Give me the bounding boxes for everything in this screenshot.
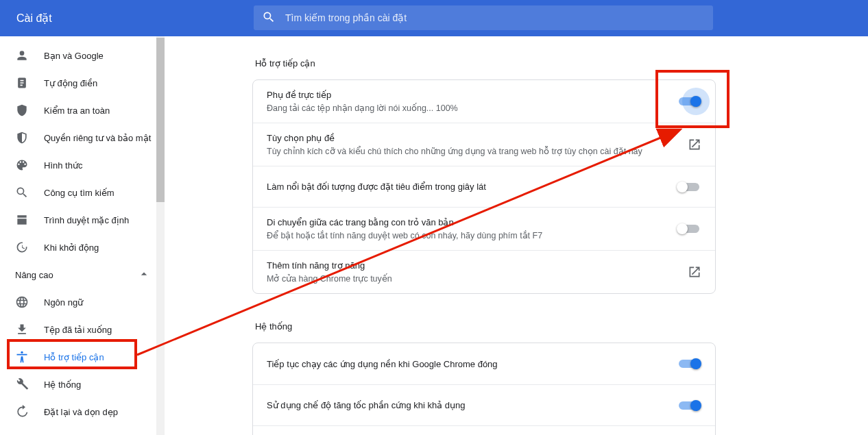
- row-title: Thêm tính năng trợ năng: [267, 260, 392, 271]
- row-hardware-accel[interactable]: Sử dụng chế độ tăng tốc phần cứng khi kh…: [253, 384, 715, 425]
- sidebar-item-default-browser[interactable]: Trình duyệt mặc định: [0, 206, 154, 234]
- sidebar-item-appearance[interactable]: Hình thức: [0, 151, 154, 179]
- shield-check-icon: [15, 103, 29, 117]
- caret-browsing-toggle[interactable]: [677, 222, 701, 236]
- row-live-caption[interactable]: Phụ đề trực tiếp Đang tải các tệp nhận d…: [253, 80, 715, 123]
- search-icon: [262, 10, 276, 26]
- sidebar-item-you-and-google[interactable]: Bạn và Google: [0, 42, 154, 69]
- section-heading-system: Hệ thống: [255, 321, 868, 332]
- sidebar-item-label: Ngôn ngữ: [44, 297, 83, 308]
- focus-highlight-toggle[interactable]: [677, 180, 701, 194]
- row-title: Tiếp tục chạy các ứng dụng nền khi Googl…: [267, 359, 498, 369]
- wrench-icon: [15, 377, 29, 391]
- page-title: Cài đặt: [16, 12, 52, 25]
- sidebar-item-system[interactable]: Hệ thống: [0, 371, 154, 398]
- sidebar-item-label: Hình thức: [44, 160, 82, 171]
- row-title: Di chuyển giữa các trang bằng con trỏ vă…: [267, 217, 542, 227]
- live-caption-toggle[interactable]: [677, 95, 701, 108]
- sidebar-item-label: Kiểm tra an toàn: [44, 105, 110, 116]
- shield-icon: [15, 131, 29, 145]
- sidebar-item-label: Công cụ tìm kiếm: [44, 188, 114, 198]
- app-header: Cài đặt: [0, 0, 868, 36]
- row-title: Phụ đề trực tiếp: [267, 90, 458, 100]
- palette-icon: [15, 158, 29, 172]
- search-input[interactable]: [285, 12, 705, 23]
- download-icon: [15, 323, 29, 336]
- sidebar-item-on-startup[interactable]: Khi khởi động: [0, 234, 154, 261]
- sidebar-item-privacy[interactable]: Quyền riêng tư và bảo mật: [0, 124, 154, 151]
- sidebar-item-label: Tự động điền: [44, 78, 97, 88]
- power-icon: [15, 240, 29, 254]
- sidebar-scrollbar[interactable]: [156, 36, 165, 435]
- row-add-a11y-features[interactable]: Thêm tính năng trợ năng Mở cửa hàng Chro…: [253, 250, 715, 293]
- sidebar-item-accessibility[interactable]: Hỗ trợ tiếp cận: [0, 343, 154, 371]
- row-caption-preferences[interactable]: Tùy chọn phụ đề Tùy chỉnh kích cỡ và kiể…: [253, 123, 715, 166]
- sidebar-item-autofill[interactable]: Tự động điền: [0, 69, 154, 97]
- sidebar-item-label: Bạn và Google: [44, 51, 104, 61]
- sidebar-item-security-check[interactable]: Kiểm tra an toàn: [0, 97, 154, 124]
- row-title: Tùy chọn phụ đề: [267, 133, 642, 143]
- hardware-accel-toggle[interactable]: [677, 399, 701, 412]
- sidebar-item-reset[interactable]: Đặt lại và dọn dẹp: [0, 398, 154, 425]
- row-focus-highlight[interactable]: Làm nổi bật đối tượng được đặt tiêu điểm…: [253, 166, 715, 207]
- search-icon: [15, 186, 29, 199]
- reset-icon: [15, 405, 29, 419]
- browser-icon: [15, 213, 29, 227]
- row-subtitle: Mở cửa hàng Chrome trực tuyến: [267, 273, 392, 284]
- search-container[interactable]: [254, 5, 713, 30]
- accessibility-icon: [15, 350, 29, 364]
- accessibility-card: Phụ đề trực tiếp Đang tải các tệp nhận d…: [252, 79, 716, 294]
- open-in-new-icon: [688, 265, 701, 279]
- section-heading-accessibility: Hỗ trợ tiếp cận: [255, 58, 868, 69]
- sidebar-item-label: Đặt lại và dọn dẹp: [44, 407, 118, 417]
- background-apps-toggle[interactable]: [677, 357, 701, 371]
- open-in-new-icon: [688, 138, 701, 151]
- system-card: Tiếp tục chạy các ứng dụng nền khi Googl…: [252, 343, 716, 435]
- content-area: Hỗ trợ tiếp cận Phụ đề trực tiếp Đang tả…: [165, 36, 868, 435]
- sidebar-item-languages[interactable]: Ngôn ngữ: [0, 288, 154, 316]
- row-title: Sử dụng chế độ tăng tốc phần cứng khi kh…: [267, 400, 466, 410]
- sidebar-advanced-label: Nâng cao: [15, 270, 53, 280]
- sidebar-advanced-toggle[interactable]: Nâng cao: [0, 261, 165, 288]
- sidebar-item-label: Trình duyệt mặc định: [44, 215, 129, 225]
- row-subtitle: Để bật hoặc tắt tính năng duyệt web có c…: [267, 230, 542, 240]
- sidebar-item-downloads[interactable]: Tệp đã tải xuống: [0, 316, 154, 343]
- row-subtitle: Tùy chỉnh kích cỡ và kiểu chú thích cho …: [267, 146, 642, 156]
- sidebar-item-label: Hỗ trợ tiếp cận: [44, 352, 104, 362]
- sidebar-item-label: Quyền riêng tư và bảo mật: [44, 133, 151, 143]
- person-icon: [15, 49, 29, 62]
- sidebar-item-label: Tệp đã tải xuống: [44, 325, 112, 335]
- row-title: Làm nổi bật đối tượng được đặt tiêu điểm…: [267, 182, 486, 192]
- row-background-apps[interactable]: Tiếp tục chạy các ứng dụng nền khi Googl…: [253, 343, 715, 384]
- sidebar: Bạn và Google Tự động điền Kiểm tra an t…: [0, 36, 165, 435]
- clipboard-icon: [15, 76, 29, 90]
- row-proxy-settings[interactable]: Mở tùy chọn cài đặt proxy trên máy tính …: [253, 425, 715, 435]
- sidebar-item-search-engine[interactable]: Công cụ tìm kiếm: [0, 179, 154, 206]
- sidebar-item-label: Khi khởi động: [44, 243, 99, 253]
- row-subtitle: Đang tải các tệp nhận dạng lời nói xuống…: [267, 103, 458, 113]
- sidebar-item-label: Hệ thống: [44, 380, 81, 390]
- globe-icon: [15, 295, 29, 309]
- chevron-up-icon: [137, 267, 151, 283]
- row-caret-browsing[interactable]: Di chuyển giữa các trang bằng con trỏ vă…: [253, 207, 715, 250]
